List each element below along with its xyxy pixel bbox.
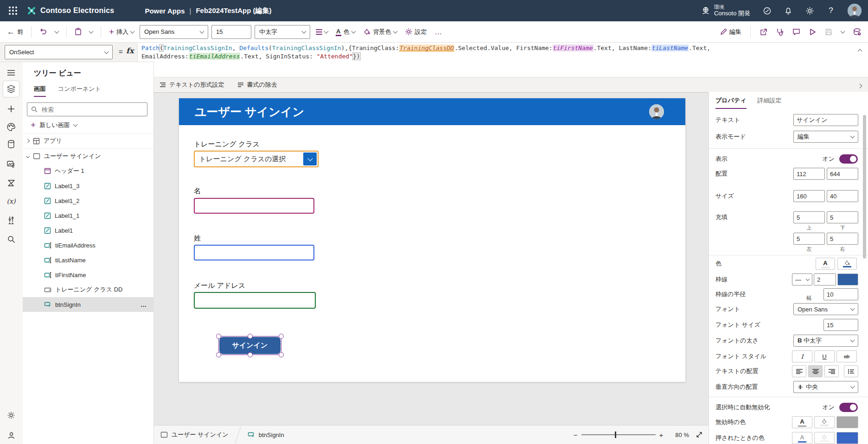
zoom-slider[interactable] [581,434,656,435]
control-settings-button[interactable]: 設定 [402,26,429,38]
training-class-dropdown[interactable]: トレーニング クラスの選択 [194,151,319,167]
breadcrumb-screen[interactable]: ユーザー サインイン [154,431,235,439]
notifications-bell-icon[interactable] [784,6,793,15]
vertical-align-select[interactable]: 中央 [793,381,858,393]
zoom-out-button[interactable]: − [570,431,581,439]
fill-color-button[interactable]: 背景色 [361,26,399,38]
sign-in-button[interactable]: サインイン [219,337,281,354]
tree-item-header1[interactable]: ヘッダー 1 [23,164,153,178]
last-name-input[interactable] [194,245,314,260]
property-selector[interactable]: OnSelect [5,45,113,59]
rail-theme-palette-icon[interactable] [3,119,19,135]
tree-item-label1-2[interactable]: Label1_2 [23,193,153,208]
tab-screens[interactable]: 画面 [34,85,46,97]
new-screen-button[interactable]: + 新しい画面 [31,121,153,129]
disabled-font-color-picker[interactable]: A [792,416,812,428]
pressed-font-color-picker[interactable]: A [792,432,812,444]
publish-button[interactable] [851,26,863,38]
size-width-input[interactable] [793,190,825,202]
settings-gear-icon[interactable] [805,6,814,15]
align-right-button[interactable] [824,365,839,377]
tree-item-screen[interactable]: ユーザー サインイン [23,149,153,164]
strikethrough-button[interactable]: ab [836,350,857,362]
tree-item-tifirstname[interactable]: tiFirstName [23,267,153,282]
formula-footer-expand-chevron[interactable] [858,82,862,89]
screen-header[interactable]: ユーザー サインイン [179,98,685,125]
remove-formatting-button[interactable]: 書式の除去 [237,81,277,89]
resize-handle-ne[interactable] [279,334,284,339]
font-family-select[interactable]: Open Sans [140,25,208,39]
format-text-button[interactable]: テキストの形式設定 [160,81,224,89]
search-input[interactable] [41,106,143,114]
rail-menu-icon[interactable] [3,65,19,81]
align-center-button[interactable] [808,365,823,377]
toolbar-more-button[interactable]: … [433,26,445,38]
rail-data-icon[interactable] [3,136,19,152]
tree-item-tilastname[interactable]: tiLastName [23,253,153,267]
tree-item-tiemailaddress[interactable]: tiEmailAddress [23,238,153,253]
dropdown-chevron-icon[interactable] [303,152,317,165]
size-height-input[interactable] [827,190,858,202]
tree-item-btnsignin[interactable]: btnSignIn … [23,297,153,312]
paste-dropdown-chevron[interactable] [87,29,95,35]
fit-to-window-button[interactable] [696,431,703,438]
resize-handle-sw[interactable] [216,352,221,357]
rail-search-icon[interactable] [3,231,19,247]
display-mode-select[interactable]: 編集 [793,131,858,143]
font-size-select[interactable]: 15 [211,25,251,39]
underline-button[interactable]: U [814,350,835,362]
padding-right-input[interactable] [827,233,858,245]
font-color-button[interactable]: A 色 [333,26,357,38]
padding-top-input[interactable] [793,211,825,223]
environment-picker[interactable]: 環境 Consoto 開発 [701,4,750,17]
share-button[interactable] [757,26,770,38]
comments-button[interactable] [790,26,803,38]
item-more-button[interactable]: … [140,301,147,308]
tree-item-app[interactable]: アプリ [23,133,153,148]
tree-search-box[interactable] [27,102,147,116]
help-icon[interactable]: ? [826,6,836,15]
tree-item-label1-1[interactable]: Label1_1 [23,208,153,223]
disabled-color-swatch[interactable] [836,416,858,428]
product-name[interactable]: Power Apps [145,7,185,15]
disabled-fill-color-picker[interactable] [814,416,835,428]
edit-mode-button[interactable]: 編集 [718,26,744,38]
position-x-input[interactable] [793,168,825,180]
font-color-picker[interactable]: A [816,258,835,270]
formula-bar-collapse-chevron[interactable] [858,47,862,54]
paste-button[interactable] [72,26,84,38]
position-y-input[interactable] [827,168,858,180]
undo-button[interactable] [37,26,50,37]
border-radius-input[interactable] [823,288,858,300]
preview-play-button[interactable] [807,26,818,38]
email-input[interactable] [194,292,316,309]
resize-handle-n[interactable] [248,334,253,339]
undo-dropdown-chevron[interactable] [53,29,61,35]
copilot-icon[interactable] [762,6,772,15]
app-screen[interactable]: ユーザー サインイン トレーニング クラス トレーニング クラスの選択 名 姓 [179,98,685,382]
save-button[interactable] [823,26,835,38]
rail-account-icon[interactable] [3,427,19,443]
border-color-swatch[interactable] [837,273,858,285]
align-left-button[interactable] [792,365,806,377]
rail-insert-icon[interactable] [3,101,19,117]
fill-color-picker[interactable] [837,258,857,270]
tab-advanced[interactable]: 詳細設定 [758,96,782,109]
rail-tests-icon[interactable] [3,212,19,228]
back-button[interactable]: ← 前 [5,25,26,38]
user-avatar[interactable] [848,4,862,18]
rail-variables-icon[interactable]: (x) [3,193,19,209]
panel-scrollbar[interactable] [863,115,866,259]
app-checker-button[interactable] [774,26,786,38]
insert-button[interactable]: + 挿入 [107,26,136,38]
tree-item-training-class-dd[interactable]: トレーニング クラス DD [23,282,153,297]
rail-power-automate-icon[interactable] [3,175,19,191]
save-dropdown-chevron[interactable] [839,29,847,35]
resize-handle-nw[interactable] [216,334,221,339]
header-avatar[interactable] [649,104,664,119]
resize-handle-s[interactable] [248,352,253,357]
pressed-color-swatch[interactable] [836,432,858,444]
resize-handle-se[interactable] [279,352,284,357]
padding-bottom-input[interactable] [827,211,858,223]
formula-editor[interactable]: Patch(TrainingClassSignIn, Defaults(Trai… [137,43,868,77]
